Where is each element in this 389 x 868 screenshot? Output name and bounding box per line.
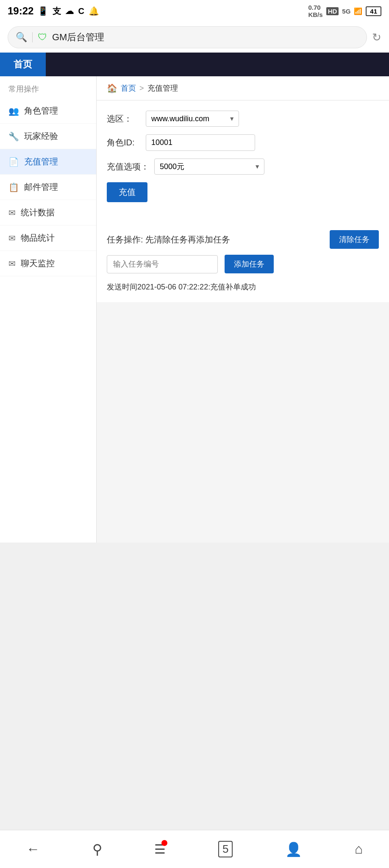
hd-badge: HD [326, 7, 339, 15]
sidebar-item-experience[interactable]: 🔧 玩家经验 [0, 124, 96, 149]
network-type: 5G [342, 8, 350, 15]
status-icon-3: ☁ [65, 6, 74, 16]
sidebar-item-recharge[interactable]: 📄 充值管理 [0, 149, 96, 175]
breadcrumb-home-icon: 🏠 [107, 83, 117, 93]
stats-icon: ✉ [8, 208, 16, 218]
sidebar-item-recharge-label: 充值管理 [24, 156, 58, 167]
nav-menu[interactable]: ☰ [154, 842, 166, 857]
sidebar: 常用操作 👥 角色管理 🔧 玩家经验 📄 充值管理 📋 邮件管理 ✉ 统计数据 … [0, 76, 97, 542]
recharge-option-row: 充值选项： 5000元 [107, 159, 379, 175]
recharge-button-row: 充值 [107, 182, 379, 202]
bottom-nav: ← ⚲ ☰ 5 👤 ⌂ [0, 830, 389, 868]
server-row: 选区： www.wudiliu.com [107, 111, 379, 127]
result-text: 发送时间2021-05-06 07:22:22:充值补单成功 [107, 280, 379, 292]
signal-icon: 📶 [354, 7, 362, 15]
experience-icon: 🔧 [8, 131, 19, 142]
recharge-icon: 📄 [8, 157, 19, 167]
browser-divider [32, 32, 33, 42]
breadcrumb-separator: > [139, 84, 144, 93]
network-speed: 0.70KB/s [308, 4, 322, 18]
browser-bar: 🔍 🛡 GM后台管理 ↻ [0, 22, 389, 53]
task-header-row: 任务操作: 先清除任务再添加任务 清除任务 [107, 230, 379, 249]
status-icon-1: 📱 [38, 6, 48, 16]
nav-tabs[interactable]: 5 [218, 841, 233, 857]
tabs-icon: 5 [218, 841, 233, 857]
status-right: 0.70KB/s HD 5G 📶 41 [308, 4, 381, 18]
recharge-select[interactable]: 5000元 [154, 159, 264, 175]
server-select-wrapper[interactable]: www.wudiliu.com [146, 111, 239, 127]
sidebar-item-mail[interactable]: 📋 邮件管理 [0, 175, 96, 200]
role-icon: 👥 [8, 106, 19, 116]
task-label: 任务操作: 先清除任务再添加任务 [107, 234, 230, 245]
task-number-input[interactable] [107, 255, 218, 273]
items-icon: ✉ [8, 233, 16, 243]
sidebar-item-items-label: 物品统计 [21, 232, 55, 244]
breadcrumb-home-link[interactable]: 首页 [121, 83, 136, 93]
status-icon-5: 🔔 [89, 6, 99, 16]
tab-home-label: 首页 [14, 58, 32, 71]
nav-search[interactable]: ⚲ [92, 841, 102, 857]
sidebar-item-role[interactable]: 👥 角色管理 [0, 98, 96, 124]
sidebar-item-experience-label: 玩家经验 [24, 131, 58, 142]
nav-back[interactable]: ← [26, 841, 40, 857]
empty-content [97, 302, 389, 472]
sidebar-item-stats[interactable]: ✉ 统计数据 [0, 200, 96, 225]
breadcrumb: 🏠 首页 > 充值管理 [97, 76, 389, 100]
menu-badge [161, 840, 167, 846]
sidebar-item-chat-label: 聊天监控 [21, 258, 55, 269]
status-time: 19:22 [8, 5, 33, 17]
shield-icon: 🛡 [38, 32, 47, 43]
recharge-select-wrapper[interactable]: 5000元 [154, 159, 264, 175]
nav-home[interactable]: ⌂ [355, 841, 363, 857]
content-area: 🏠 首页 > 充值管理 选区： www.wudiliu.com 角色ID: [97, 76, 389, 542]
sidebar-section-title: 常用操作 [0, 76, 96, 98]
status-icon-4: C [78, 6, 84, 16]
browser-bar-inner[interactable]: 🔍 🛡 GM后台管理 [8, 26, 367, 48]
sidebar-item-items[interactable]: ✉ 物品统计 [0, 225, 96, 251]
sidebar-item-mail-label: 邮件管理 [24, 181, 58, 193]
search-icon: 🔍 [16, 32, 27, 43]
sidebar-item-chat[interactable]: ✉ 聊天监控 [0, 251, 96, 276]
refresh-button[interactable]: ↻ [372, 31, 381, 44]
tab-home[interactable]: 首页 [0, 53, 46, 76]
chat-icon: ✉ [8, 259, 16, 269]
bottom-spacer [0, 542, 389, 585]
sidebar-item-role-label: 角色管理 [24, 105, 58, 117]
user-icon: 👤 [285, 841, 302, 857]
tab-bar: 首页 [0, 53, 389, 76]
status-left: 19:22 📱 支 ☁ C 🔔 [8, 5, 99, 17]
recharge-button[interactable]: 充值 [107, 182, 147, 202]
role-id-row: 角色ID: [107, 134, 379, 151]
status-bar: 19:22 📱 支 ☁ C 🔔 0.70KB/s HD 5G 📶 41 [0, 0, 389, 22]
sidebar-item-stats-label: 统计数据 [21, 207, 55, 218]
task-input-row: 添加任务 [107, 255, 379, 273]
battery-icon: 41 [366, 6, 381, 16]
breadcrumb-current: 充值管理 [147, 83, 178, 93]
recharge-option-label: 充值选项： [107, 161, 149, 172]
clear-task-button[interactable]: 清除任务 [330, 230, 379, 249]
task-section: 任务操作: 先清除任务再添加任务 清除任务 添加任务 发送时间2021-05-0… [97, 220, 389, 302]
back-icon: ← [26, 841, 40, 857]
status-icon-2: 支 [53, 6, 61, 17]
role-id-input[interactable] [146, 134, 255, 151]
search-nav-icon: ⚲ [92, 841, 102, 857]
role-id-label: 角色ID: [107, 137, 141, 148]
server-select[interactable]: www.wudiliu.com [146, 111, 239, 127]
add-task-button[interactable]: 添加任务 [225, 255, 274, 273]
nav-user[interactable]: 👤 [285, 841, 302, 857]
home-nav-icon: ⌂ [355, 841, 363, 857]
browser-title: GM后台管理 [52, 31, 359, 44]
main-layout: 常用操作 👥 角色管理 🔧 玩家经验 📄 充值管理 📋 邮件管理 ✉ 统计数据 … [0, 76, 389, 542]
form-area: 选区： www.wudiliu.com 角色ID: 充值选项： 5000元 [97, 100, 389, 220]
server-label: 选区： [107, 113, 141, 125]
mail-icon: 📋 [8, 182, 19, 192]
